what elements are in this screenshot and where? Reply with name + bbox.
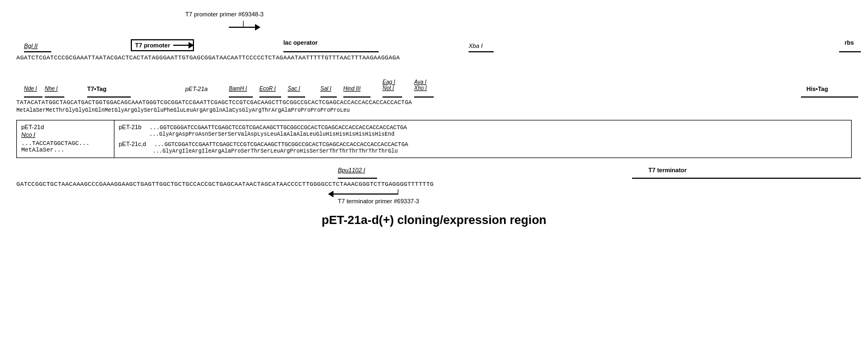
- lac-operator-underline: [283, 51, 379, 52]
- bpu-underline: [338, 178, 377, 179]
- not-label: Not I: [383, 85, 395, 91]
- nde-label: Nde I: [24, 86, 37, 92]
- bamh-label: BamH I: [229, 86, 247, 92]
- t7term-primer-label: T7 terminator primer #69337-3: [338, 198, 419, 204]
- section4: Bpu1102 I T7 terminator GATCCGGCTGCTAACA…: [16, 164, 852, 209]
- xho-underline: [414, 96, 434, 98]
- pet21d-label: pET-21d: [21, 124, 110, 130]
- t7term-underline: [632, 178, 861, 179]
- box-right: pET-21b ...GGTCGGGATCCGAATTCGAGCTCCGTCGA…: [114, 120, 852, 158]
- main-container: T7 promoter primer #69348-3 Bgl II T7 pr…: [0, 0, 868, 238]
- pet21b-label: pET-21b: [119, 124, 142, 130]
- t7term-label: T7 terminator: [648, 167, 687, 173]
- box-left: pET-21d Nco I ...TACCATGGCTAGC... MetAla…: [16, 120, 114, 158]
- pet21b-seq: ...GGTCGGGATCCGAATTCGAGCTCCGTCGACAAGCTTG…: [149, 124, 407, 131]
- sac-label: Sac I: [288, 86, 300, 92]
- rbs-label: rbs: [845, 39, 854, 46]
- main-title: pET-21a-d(+) cloning/expression region: [321, 213, 547, 227]
- histag-underline: [801, 96, 858, 98]
- term-primer-arrow: [332, 193, 398, 195]
- pet21d-sequence: ...TACCATGGCTAGC...: [21, 140, 110, 147]
- sal-label: Sal I: [320, 86, 331, 92]
- section4-label-row: Bpu1102 I T7 terminator: [16, 164, 852, 179]
- pet21b-row: pET-21b ...GGTCGGGATCCGAATTCGAGCTCCGTCGA…: [119, 124, 847, 137]
- bamh-underline: [229, 96, 253, 98]
- section2-sequence: TATACATATGGCTAGCATGACTGGTGGACAGCAAATGGGT…: [16, 99, 852, 107]
- not-underline: [383, 96, 402, 98]
- section2-aa: MetAlaSerMetThrGlyGlyGlnGlnMetGlyArgGlyS…: [16, 107, 852, 114]
- t7-promoter-box: T7 promoter: [131, 39, 194, 51]
- xba-label: Xba I: [469, 43, 483, 49]
- pet21d-aa: MetAlaSer...: [21, 147, 110, 153]
- nhe-underline: [45, 96, 64, 98]
- sal-underline: [320, 96, 337, 98]
- nhe-label: Nhe I: [45, 86, 58, 92]
- section1: T7 promoter primer #69348-3 Bgl II T7 pr…: [16, 11, 852, 63]
- t7tag-underline: [87, 96, 131, 98]
- hind-underline: [343, 96, 371, 98]
- ava-label: Ava I: [414, 79, 427, 85]
- ecor-label: EcoR I: [259, 86, 276, 92]
- hind-label: Hind III: [343, 86, 361, 92]
- pet21cd-seq: ...GGTCGGATCCGAATTCGAGCTCCGTCGACAAGCTTGC…: [154, 141, 408, 148]
- section2: Nde I Nhe I T7•Tag pET-21a BamH I EcoR I…: [16, 70, 852, 115]
- pet21cd-label: pET-21c,d: [119, 141, 146, 147]
- pet21a-label: pET-21a: [185, 86, 208, 92]
- section3: pET-21d Nco I ...TACCATGGCTAGC... MetAla…: [16, 120, 852, 158]
- pet21cd-aa: ...GlyArgIleArgIleArgAlaProSerThrSerLeuA…: [153, 148, 398, 154]
- pet21cd-row: pET-21c,d ...GGTCGGATCCGAATTCGAGCTCCGTCG…: [119, 141, 847, 154]
- eag-label: Eag I: [383, 79, 395, 85]
- primer-arrow: [229, 27, 256, 28]
- t7tag-label: T7•Tag: [87, 86, 106, 92]
- section2-label-row: Nde I Nhe I T7•Tag pET-21a BamH I EcoR I…: [16, 70, 852, 98]
- bpu-label: Bpu1102 I: [338, 167, 365, 173]
- pet21b-aa: ...GlyArgAspProAsnSerSerSerValAspLysLeuA…: [149, 131, 394, 137]
- t7-promoter-label: T7 promoter: [135, 42, 170, 49]
- section1-sequence: AGATCTCGATCCCGCGAAATTAATACGACTCACTATAGGG…: [16, 53, 852, 63]
- section1-label-row: Bgl II T7 promoter lac operator Xba I rb…: [16, 38, 852, 52]
- top-labels: T7 promoter primer #69348-3: [16, 11, 852, 38]
- rbs-underline: [839, 51, 861, 52]
- term-primer-vline: [398, 189, 398, 195]
- t7-primer-label: T7 promoter primer #69348-3: [185, 11, 264, 17]
- title-section: pET-21a-d(+) cloning/expression region: [16, 213, 852, 227]
- nco-label: Nco I: [21, 131, 110, 138]
- nde-underline: [24, 96, 43, 98]
- section4-primer-area: T7 terminator primer #69337-3: [16, 189, 852, 209]
- bgl-underline: [24, 51, 51, 52]
- sac-underline: [288, 96, 305, 98]
- ecor-underline: [259, 96, 281, 98]
- xho-label: Xho I: [414, 85, 427, 91]
- lac-operator-label: lac operator: [283, 39, 318, 46]
- section4-sequence: GATCCGGCTGCTAACAAAGCCCGAAAGGAAGCTGAGTTGG…: [16, 180, 852, 189]
- xba-underline: [469, 51, 494, 52]
- histag-label: His•Tag: [806, 86, 828, 92]
- bgl-label: Bgl II: [24, 43, 38, 49]
